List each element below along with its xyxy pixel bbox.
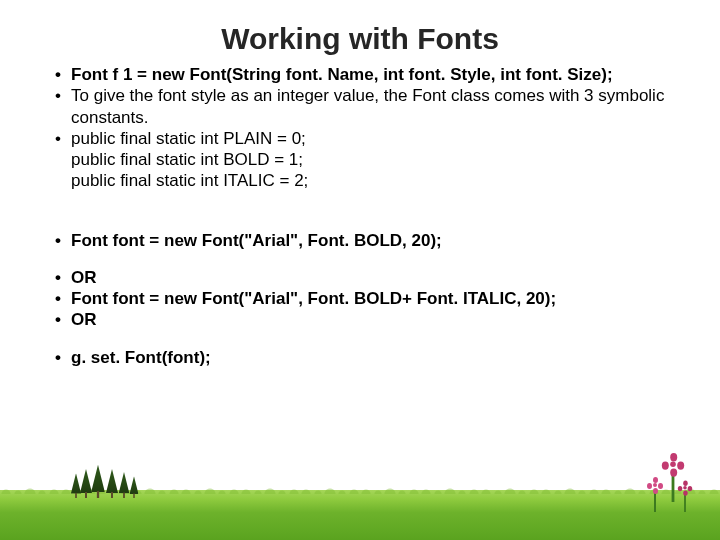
bullet-list-2: Font font = new Font("Arial", Font. BOLD… bbox=[0, 230, 720, 251]
constant-italic: public final static int ITALIC = 2; bbox=[71, 170, 665, 191]
bullet-explanation: To give the font style as an integer val… bbox=[55, 85, 665, 128]
bullet-font-constructor: Font f 1 = new Font(String font. Name, i… bbox=[55, 64, 665, 85]
bullet-setfont: g. set. Font(font); bbox=[55, 347, 665, 368]
bullet-example-bold: Font font = new Font("Arial", Font. BOLD… bbox=[55, 230, 665, 251]
flowers-icon bbox=[644, 452, 692, 512]
bullet-list: Font f 1 = new Font(String font. Name, i… bbox=[0, 64, 720, 192]
bullet-constants: public final static int PLAIN = 0; publi… bbox=[55, 128, 665, 192]
constant-plain: public final static int PLAIN = 0; bbox=[71, 128, 665, 149]
constant-bold: public final static int BOLD = 1; bbox=[71, 149, 665, 170]
spacer bbox=[0, 251, 720, 267]
bullet-example-bold-italic: Font font = new Font("Arial", Font. BOLD… bbox=[55, 288, 665, 309]
bullet-or-2: OR bbox=[55, 309, 665, 330]
bullet-or-1: OR bbox=[55, 267, 665, 288]
slide: Working with Fonts Font f 1 = new Font(S… bbox=[0, 0, 720, 540]
tree-cluster-icon bbox=[70, 464, 150, 498]
bullet-list-3: OR Font font = new Font("Arial", Font. B… bbox=[0, 267, 720, 331]
slide-title: Working with Fonts bbox=[0, 0, 720, 64]
spacer bbox=[0, 192, 720, 230]
bullet-list-4: g. set. Font(font); bbox=[0, 347, 720, 368]
spacer bbox=[0, 331, 720, 347]
